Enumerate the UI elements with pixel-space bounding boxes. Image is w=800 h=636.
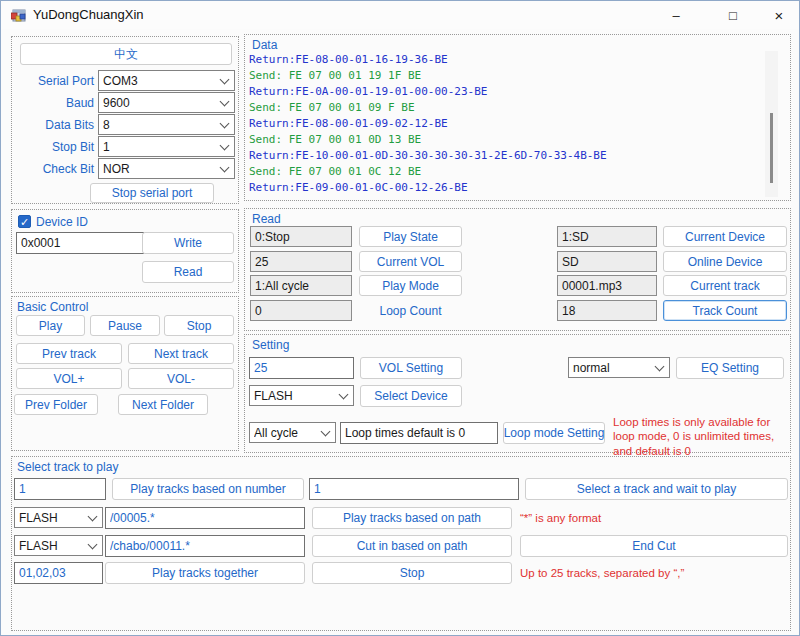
current-track-button[interactable]: Current track — [663, 275, 787, 296]
chevron-down-icon — [339, 389, 349, 399]
stop-serial-port-button[interactable]: Stop serial port — [90, 183, 214, 203]
chevron-down-icon — [220, 96, 230, 106]
volume-down-button[interactable]: VOL- — [128, 368, 234, 389]
current-vol-button[interactable]: Current VOL — [359, 251, 462, 272]
current-device-field: 1:SD — [557, 226, 657, 247]
track-count-field: 18 — [557, 300, 657, 321]
online-device-button[interactable]: Online Device — [663, 251, 787, 272]
data-bits-label: Data Bits — [12, 118, 94, 132]
play-together-button[interactable]: Play tracks together — [105, 562, 305, 584]
device-id-label: Device ID — [36, 215, 88, 229]
chevron-down-icon — [88, 511, 98, 521]
vol-setting-input[interactable] — [249, 357, 354, 379]
volume-up-button[interactable]: VOL+ — [16, 368, 122, 389]
check-bit-select[interactable]: NOR — [98, 158, 235, 179]
eq-value: normal — [573, 361, 652, 375]
prev-track-button[interactable]: Prev track — [16, 343, 122, 364]
path-device-value: FLASH — [19, 511, 85, 525]
select-device-button[interactable]: Select Device — [360, 385, 462, 407]
pause-button[interactable]: Pause — [90, 315, 160, 336]
eq-select[interactable]: normal — [568, 357, 670, 378]
chevron-down-icon — [220, 74, 230, 84]
cut-in-button[interactable]: Cut in based on path — [312, 535, 512, 557]
path-input[interactable] — [105, 507, 305, 529]
stop-bit-label: Stop Bit — [12, 140, 94, 154]
chevron-down-icon — [321, 426, 331, 436]
tracks-stop-button[interactable]: Stop — [312, 562, 512, 584]
log-line: Send: FE 07 00 01 19 1F BE — [249, 68, 754, 84]
cut-device-select[interactable]: FLASH — [14, 535, 103, 556]
device-id-checkbox[interactable]: ✓ — [18, 215, 31, 228]
stop-bit-value: 1 — [103, 140, 217, 154]
play-state-field: 0:Stop — [250, 226, 352, 247]
read-panel-title: Read — [252, 212, 281, 226]
serial-port-label: Serial Port — [12, 74, 94, 88]
current-device-button[interactable]: Current Device — [663, 226, 787, 247]
select-and-wait-button[interactable]: Select a track and wait to play — [525, 478, 788, 500]
tracks-limit-note: Up to 25 tracks, separated by “,” — [520, 566, 788, 580]
select-track-panel: Select track to play Play tracks based o… — [11, 456, 791, 631]
log-scrollbar[interactable] — [765, 51, 778, 197]
data-panel-title: Data — [252, 38, 277, 52]
device-id-input[interactable] — [16, 232, 144, 254]
vol-setting-button[interactable]: VOL Setting — [360, 357, 462, 379]
select-track-title: Select track to play — [17, 460, 118, 474]
stop-bit-select[interactable]: 1 — [98, 136, 235, 157]
play-state-button[interactable]: Play State — [359, 226, 462, 247]
serial-port-select[interactable]: COM3 — [98, 70, 235, 91]
play-by-number-button[interactable]: Play tracks based on number — [112, 478, 304, 500]
tracks-together-input[interactable] — [14, 562, 103, 584]
data-bits-select[interactable]: 8 — [98, 114, 235, 135]
serial-log: Return:FE-08-00-01-16-19-36-BE Send: FE … — [249, 52, 754, 196]
play-button[interactable]: Play — [16, 315, 85, 336]
chevron-down-icon — [220, 162, 230, 172]
play-mode-button[interactable]: Play Mode — [359, 275, 462, 296]
maximize-button[interactable]: □ — [713, 1, 753, 29]
current-vol-field: 25 — [250, 251, 352, 272]
eq-setting-button[interactable]: EQ Setting — [676, 357, 784, 379]
basic-control-title: Basic Control — [17, 300, 88, 314]
device-select[interactable]: FLASH — [249, 385, 354, 406]
baud-select[interactable]: 9600 — [98, 92, 235, 113]
log-line: Return:FE-09-00-01-0C-00-12-26-BE — [249, 180, 754, 196]
baud-label: Baud — [12, 96, 94, 110]
log-line: Send: FE 07 00 01 0C 12 BE — [249, 164, 754, 180]
check-bit-label: Check Bit — [12, 162, 94, 176]
serial-port-value: COM3 — [103, 74, 217, 88]
log-line: Return:FE-08-00-01-16-19-36-BE — [249, 52, 754, 68]
device-id-write-button[interactable]: Write — [142, 232, 234, 254]
loop-mode-setting-button[interactable]: Loop mode Setting — [503, 422, 605, 444]
prev-folder-button[interactable]: Prev Folder — [14, 394, 98, 415]
chevron-down-icon — [88, 539, 98, 549]
chevron-down-icon — [220, 118, 230, 128]
log-line: Send: FE 07 00 01 0D 13 BE — [249, 132, 754, 148]
app-window: YuDongChuangXin – □ × 中文 Serial Port COM… — [0, 0, 800, 636]
minimize-button[interactable]: – — [656, 1, 696, 29]
data-bits-value: 8 — [103, 118, 217, 132]
log-line: Return:FE-08-00-01-09-02-12-BE — [249, 116, 754, 132]
track-number-input[interactable] — [14, 478, 106, 500]
close-button[interactable]: × — [759, 1, 799, 29]
current-track-field: 00001.mp3 — [557, 275, 657, 296]
loop-times-input[interactable] — [340, 422, 498, 444]
next-track-button[interactable]: Next track — [128, 343, 234, 364]
log-line: Send: FE 07 00 01 09 F BE — [249, 100, 754, 116]
device-id-read-button[interactable]: Read — [142, 261, 234, 283]
path-device-select[interactable]: FLASH — [14, 507, 103, 528]
end-cut-button[interactable]: End Cut — [520, 535, 788, 557]
cut-path-input[interactable] — [105, 535, 305, 557]
wait-track-input[interactable] — [309, 478, 519, 500]
language-toggle-button[interactable]: 中文 — [20, 43, 232, 65]
play-by-path-button[interactable]: Play tracks based on path — [312, 507, 512, 529]
next-folder-button[interactable]: Next Folder — [118, 394, 208, 415]
loop-count-field: 0 — [250, 300, 352, 321]
stop-button[interactable]: Stop — [164, 315, 234, 336]
log-scrollbar-thumb[interactable] — [770, 113, 773, 183]
device-id-panel: ✓ Device ID Write Read — [11, 209, 239, 293]
setting-panel-title: Setting — [252, 338, 289, 352]
setting-panel: Setting VOL Setting normal EQ Setting FL… — [244, 334, 791, 453]
track-count-button[interactable]: Track Count — [663, 300, 787, 321]
baud-value: 9600 — [103, 96, 217, 110]
loop-mode-select[interactable]: All cycle — [249, 422, 336, 443]
basic-control-panel: Basic Control Play Pause Stop Prev track… — [11, 296, 239, 451]
